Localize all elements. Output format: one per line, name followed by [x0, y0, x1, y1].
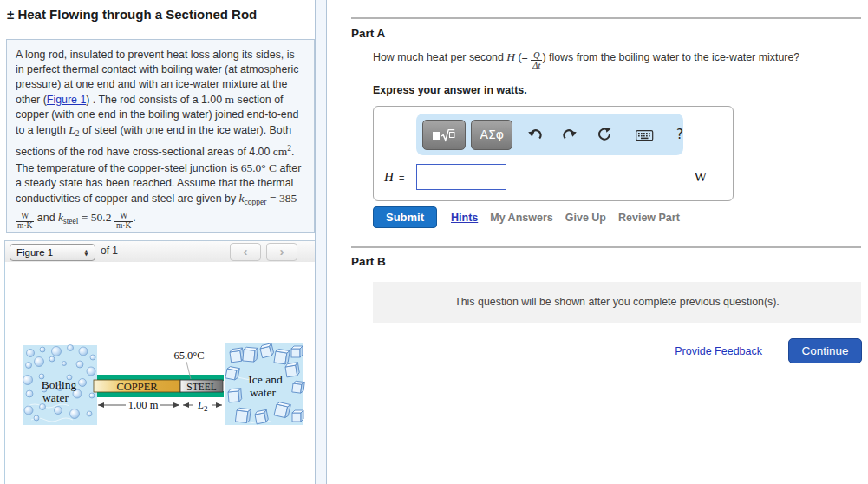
problem-text: . — [133, 212, 135, 224]
provide-feedback-link[interactable]: Provide Feedback — [675, 345, 762, 357]
copper-length-label: 1.00 m — [128, 399, 159, 411]
ice-water-box: Ice and water — [225, 343, 304, 425]
submit-button[interactable]: Submit — [373, 206, 437, 228]
math-fraction-q-over-dt: QΔt — [531, 50, 542, 70]
part-a-heading: Part A — [351, 27, 385, 40]
chevron-left-icon: ‹ — [244, 244, 248, 258]
steel-label: STEEL — [186, 382, 217, 392]
rod-figure: Boiling water COPPER STEEL 65.0°C — [19, 340, 307, 430]
greek-symbols-button[interactable]: ΑΣφ — [471, 120, 512, 150]
figure-1-link[interactable]: Figure 1 — [47, 94, 86, 106]
panel-divider-scrollbar[interactable] — [315, 0, 327, 484]
part-b-locked-message: This question will be shown after you co… — [373, 282, 861, 323]
page-title: ± Heat Flowing through a Sectioned Rod — [7, 7, 257, 22]
math-fraction-w-per-mk: Wm·K — [16, 213, 34, 231]
problem-text: and — [34, 212, 58, 224]
assignment-page: ± Heat Flowing through a Sectioned Rod A… — [0, 0, 868, 484]
my-answers-link[interactable]: My Answers — [490, 212, 552, 224]
answer-equals-sign: = — [399, 173, 404, 183]
continue-button[interactable]: Continue — [788, 338, 862, 363]
math-k-steel-sub: steel — [63, 218, 78, 226]
part-a-actions: Submit Hints My Answers Give Up Review P… — [373, 206, 680, 228]
math-unit-cm: cm — [273, 146, 288, 159]
undo-icon[interactable] — [528, 128, 542, 141]
junction-temperature-label: 65.0°C — [173, 350, 204, 362]
math-junction-temp: 65.0° C — [241, 161, 277, 174]
answer-variable-label: H — [384, 170, 394, 185]
previous-figure-button[interactable]: ‹ — [230, 243, 261, 261]
footer-actions: Provide Feedback Continue — [675, 338, 862, 363]
dropdown-arrows-icon: ▲ ▼ — [81, 249, 95, 256]
ice-water-label: Ice and — [248, 373, 283, 386]
answer-entry-box: ΑΣφ ? H = W — [373, 106, 734, 201]
math-unit-m: m — [225, 93, 235, 106]
figure-select[interactable]: Figure 1 ▲ ▼ — [10, 244, 95, 261]
figure-toolbar: Figure 1 ▲ ▼ of 1 ‹ › — [4, 240, 316, 263]
math-var-H: H — [506, 50, 515, 63]
sqrt-template-icon — [431, 127, 457, 142]
section-divider — [351, 17, 861, 19]
math-k-copper-sub: copper — [245, 198, 267, 206]
math-k-steel-value: = 50.2 — [82, 211, 112, 224]
boiling-water-box: Boiling water — [23, 345, 97, 426]
give-up-link[interactable]: Give Up — [565, 212, 606, 224]
copper-label: COPPER — [116, 381, 158, 393]
problem-text: ) . The rod consists of a 1.00 — [86, 94, 225, 106]
keyboard-icon[interactable] — [636, 128, 654, 141]
reset-icon[interactable] — [597, 128, 611, 141]
equation-toolbar: ΑΣφ ? — [416, 114, 683, 155]
part-a-question: How much heat per second H (= QΔt) flows… — [373, 50, 858, 70]
ice-water-label: water — [250, 386, 276, 399]
figure-select-label: Figure 1 — [10, 247, 81, 258]
math-k-copper-value: = 385 — [270, 192, 297, 205]
figure-viewport: Boiling water COPPER STEEL 65.0°C — [4, 262, 316, 484]
answer-unit-label: W — [695, 170, 707, 185]
chevron-right-icon: › — [280, 244, 284, 258]
math-var-L2: L — [69, 123, 75, 136]
figure-count-label: of 1 — [101, 245, 118, 257]
answer-instruction: Express your answer in watts. — [373, 84, 527, 96]
help-icon[interactable]: ? — [676, 127, 683, 142]
next-figure-button[interactable]: › — [266, 243, 297, 261]
boiling-water-label: Boiling — [42, 378, 77, 391]
math-fraction-w-per-mk: Wm·K — [114, 213, 133, 231]
problem-statement-panel: A long rod, insulated to prevent heat lo… — [6, 39, 315, 233]
redo-icon[interactable] — [563, 128, 577, 141]
section-divider — [351, 246, 861, 248]
review-part-link[interactable]: Review Part — [618, 212, 680, 224]
answer-input[interactable] — [416, 164, 506, 190]
boiling-water-label: water — [42, 391, 69, 404]
math-templates-button[interactable] — [422, 120, 466, 150]
hints-link[interactable]: Hints — [451, 212, 478, 224]
sectioned-rod: COPPER STEEL 65.0°C — [94, 350, 224, 397]
part-b-heading: Part B — [351, 255, 386, 268]
